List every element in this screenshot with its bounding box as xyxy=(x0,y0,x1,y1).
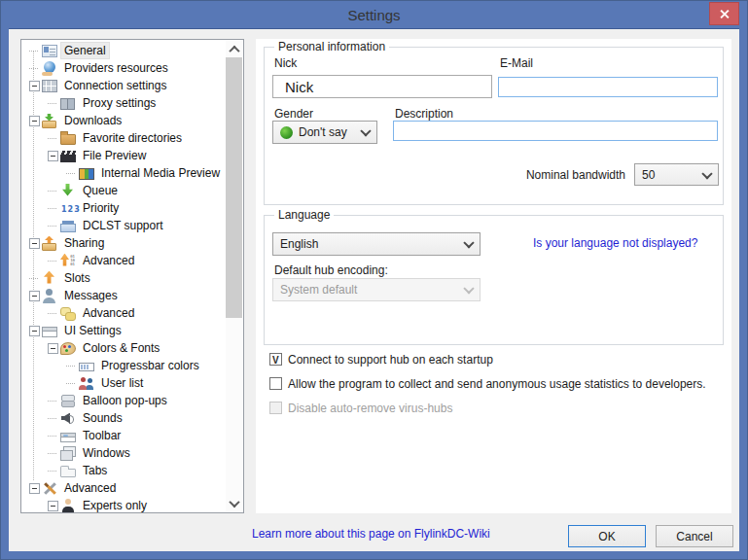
collapse-minus-icon[interactable] xyxy=(29,291,40,301)
gender-select[interactable]: Don't say xyxy=(272,121,377,144)
tree-item-file-preview[interactable]: File Preview xyxy=(21,147,226,164)
tree-indent xyxy=(48,151,60,161)
tree-item-label: Favorite directories xyxy=(80,130,185,146)
scroll-down-icon[interactable] xyxy=(226,495,242,511)
toolbar-icon xyxy=(60,433,76,442)
tree-item-label: Balloon pop-ups xyxy=(80,393,170,408)
tree-item-favorite-directories[interactable]: Favorite directories xyxy=(21,129,226,147)
checkbox-row-0[interactable]: Connect to support hub on each startup xyxy=(269,351,722,368)
tree-item-label: Priority xyxy=(80,200,122,216)
tree-dotted-line xyxy=(48,313,56,314)
scroll-up-icon[interactable] xyxy=(226,41,242,57)
collapse-minus-icon[interactable] xyxy=(48,151,58,161)
collapse-minus-icon[interactable] xyxy=(29,326,40,336)
tree-item-windows[interactable]: Windows xyxy=(21,444,226,462)
language-select[interactable]: English xyxy=(272,232,481,256)
tree-indent xyxy=(29,278,42,279)
media-numbers-icon xyxy=(79,168,94,180)
tree-item-label: Experts only xyxy=(80,498,150,512)
download-tray-icon xyxy=(42,114,57,128)
tree-dotted-line xyxy=(48,436,56,437)
tree-item-label: Slots xyxy=(61,270,93,286)
checked-checkbox-icon[interactable] xyxy=(269,353,282,366)
tree-item-colors-fonts[interactable]: Colors & Fonts xyxy=(21,339,226,357)
tree-indent xyxy=(29,81,42,91)
tree-indent xyxy=(29,291,42,301)
scrollbar-thumb[interactable] xyxy=(226,57,242,318)
tree-indent xyxy=(66,383,79,384)
binary-upload-icon xyxy=(60,254,76,268)
tree-item-label: Queue xyxy=(80,183,121,198)
tree-indent xyxy=(29,68,42,69)
tree-item-label: Advanced xyxy=(61,480,119,496)
collapse-minus-icon[interactable] xyxy=(29,483,40,494)
cancel-button[interactable]: Cancel xyxy=(656,525,733,547)
tree-item-toolbar[interactable]: Toolbar xyxy=(21,427,226,444)
tree-indent xyxy=(48,401,60,402)
tree-dotted-line xyxy=(66,366,75,367)
tree-item-advanced[interactable]: Advanced xyxy=(21,479,226,497)
tree-indent xyxy=(48,191,60,192)
nick-input[interactable] xyxy=(272,75,492,98)
tree-item-progressbar-colors[interactable]: Progressbar colors xyxy=(21,357,226,374)
collapse-minus-icon[interactable] xyxy=(29,238,40,249)
tree-scrollbar[interactable] xyxy=(226,41,242,511)
tree-item-tabs[interactable]: Tabs xyxy=(21,462,226,479)
unchecked-checkbox-icon[interactable] xyxy=(269,377,282,390)
collapse-minus-icon[interactable] xyxy=(48,343,58,354)
tree-item-label: User list xyxy=(98,375,146,391)
settings-tree: GeneralProviders resourcesConnection set… xyxy=(21,42,226,512)
description-input[interactable] xyxy=(393,121,718,141)
tree-item-sharing-advanced[interactable]: Advanced xyxy=(21,252,226,269)
tree-item-messages[interactable]: Messages xyxy=(21,287,226,304)
tree-item-sharing[interactable]: Sharing xyxy=(21,234,226,252)
titlebar[interactable]: Settings xyxy=(1,1,747,29)
tree-item-connection-settings[interactable]: Connection settings xyxy=(21,77,226,94)
numbers-123-icon xyxy=(60,201,76,216)
checkbox-row-2: Disable auto-remove virus-hubs xyxy=(269,400,722,416)
tree-item-proxy-settings[interactable]: Proxy settings xyxy=(21,94,226,112)
tree-item-label: UI Settings xyxy=(61,323,125,338)
tree-item-label: Messages xyxy=(61,288,121,303)
email-input[interactable] xyxy=(498,77,718,97)
tree-item-general[interactable]: General xyxy=(21,42,226,59)
tree-item-priority[interactable]: Priority xyxy=(21,199,226,217)
tree-indent xyxy=(48,313,60,314)
gender-value: Don't say xyxy=(299,125,347,139)
tree-item-label: Advanced xyxy=(80,305,137,321)
tree-indent xyxy=(48,138,60,139)
checkbox-label: Connect to support hub on each startup xyxy=(288,353,493,367)
tree-item-sounds[interactable]: Sounds xyxy=(21,409,226,427)
tree-item-internal-media-preview[interactable]: Internal Media Preview xyxy=(21,164,226,182)
dialog-body: GeneralProviders resourcesConnection set… xyxy=(9,29,739,551)
close-button[interactable] xyxy=(709,2,739,25)
tree-item-experts-only[interactable]: Experts only xyxy=(21,497,226,512)
tree-item-ui-settings[interactable]: UI Settings xyxy=(21,322,226,339)
checkbox-label: Allow the program to collect and send an… xyxy=(288,377,706,391)
tree-indent xyxy=(48,343,60,354)
tree-item-dclst-support[interactable]: DCLST support xyxy=(21,217,226,234)
tree-dotted-line xyxy=(48,418,56,419)
collapse-minus-icon[interactable] xyxy=(48,501,58,511)
tree-item-user-list[interactable]: User list xyxy=(21,374,226,392)
tree-item-label: Internal Media Preview xyxy=(98,165,223,181)
tree-item-label: Windows xyxy=(80,445,133,461)
person-icon xyxy=(42,289,57,303)
ok-button[interactable]: OK xyxy=(568,525,646,547)
wiki-link[interactable]: Learn more about this page on FlylinkDC-… xyxy=(252,527,490,541)
bandwidth-select[interactable]: 50 xyxy=(634,163,719,186)
tree-item-queue[interactable]: Queue xyxy=(21,182,226,199)
tree-dotted-line xyxy=(29,51,38,52)
tree-item-balloon-popups[interactable]: Balloon pop-ups xyxy=(21,392,226,409)
tree-item-label: Sharing xyxy=(61,235,107,251)
settings-tree-panel: GeneralProviders resourcesConnection set… xyxy=(20,39,244,513)
tree-item-messages-advanced[interactable]: Advanced xyxy=(21,304,226,322)
language-help-link[interactable]: Is your language not displayed? xyxy=(533,236,697,250)
collapse-minus-icon[interactable] xyxy=(29,116,40,126)
balloon-icon xyxy=(60,394,76,408)
tree-item-downloads[interactable]: Downloads xyxy=(21,112,226,129)
collapse-minus-icon[interactable] xyxy=(29,81,40,91)
tree-item-slots[interactable]: Slots xyxy=(21,269,226,287)
checkbox-row-1[interactable]: Allow the program to collect and send an… xyxy=(269,375,722,392)
tree-item-providers-resources[interactable]: Providers resources xyxy=(21,59,226,77)
